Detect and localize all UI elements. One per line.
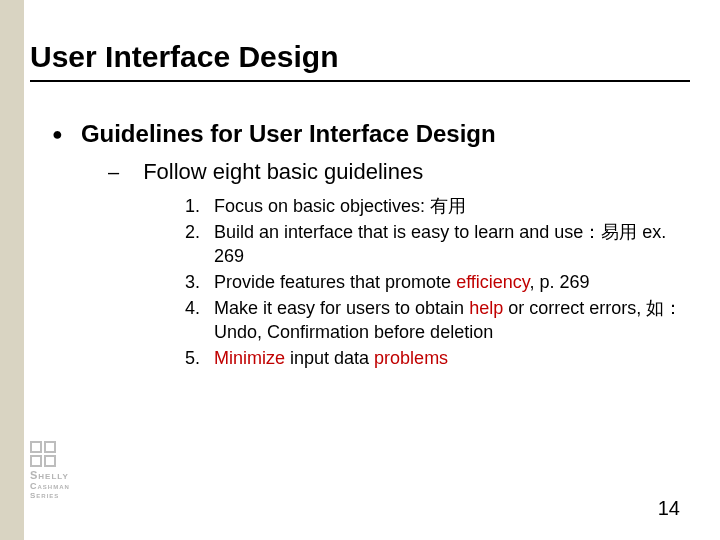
list-item: 2. Build an interface that is easy to le… [172, 220, 692, 268]
emphasis: help [469, 298, 503, 318]
bullet-level1: ● Guidelines for User Interface Design [52, 120, 682, 148]
dash-bullet-icon: – [108, 158, 119, 186]
publisher-logo: Shelly Cashman Series [30, 441, 76, 500]
list-number: 1. [172, 194, 200, 218]
logo-line3: Series [30, 491, 76, 500]
list-item: 3. Provide features that promote efficie… [172, 270, 692, 294]
list-item: 4. Make it easy for users to obtain help… [172, 296, 692, 344]
list-item: 5. Minimize input data problems [172, 346, 692, 370]
list-number: 4. [172, 296, 200, 320]
list-text: Make it easy for users to obtain help or… [214, 296, 692, 344]
list-number: 2. [172, 220, 200, 244]
numbered-list: 1. Focus on basic objectives: 有用 2. Buil… [172, 194, 692, 370]
list-text: Build an interface that is easy to learn… [214, 220, 692, 268]
bullet-level2-text: Follow eight basic guidelines [143, 158, 423, 186]
slide-title: User Interface Design [30, 40, 338, 74]
list-number: 3. [172, 270, 200, 294]
list-text: Provide features that promote efficiency… [214, 270, 590, 294]
list-text: Minimize input data problems [214, 346, 448, 370]
logo-line2: Cashman [30, 481, 76, 491]
logo-squares-icon [30, 441, 76, 453]
logo-squares-icon [30, 455, 76, 467]
bullet-level2: – Follow eight basic guidelines [108, 158, 682, 186]
list-text: Focus on basic objectives: 有用 [214, 194, 466, 218]
emphasis: efficiency [456, 272, 529, 292]
list-item: 1. Focus on basic objectives: 有用 [172, 194, 692, 218]
emphasis: Minimize [214, 348, 285, 368]
bullet-level1-text: Guidelines for User Interface Design [81, 120, 496, 148]
logo-line1: Shelly [30, 469, 76, 481]
disc-bullet-icon: ● [52, 120, 63, 148]
list-number: 5. [172, 346, 200, 370]
title-underline [30, 80, 690, 82]
side-decor-strip [0, 0, 24, 540]
emphasis: problems [374, 348, 448, 368]
slide-body: ● Guidelines for User Interface Design –… [52, 120, 682, 372]
page-number: 14 [658, 497, 680, 520]
